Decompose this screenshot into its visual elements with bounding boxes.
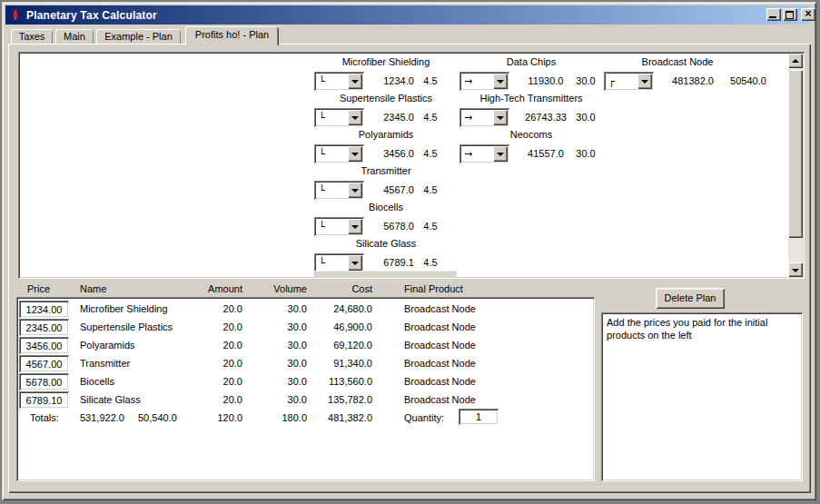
column-header-final-product: Final Product bbox=[404, 283, 504, 295]
titlebar: Planetary Tax Calculator bbox=[5, 5, 809, 25]
tab-taxes[interactable]: Taxes bbox=[11, 29, 53, 44]
minimize-button[interactable] bbox=[766, 8, 781, 21]
chevron-down-icon bbox=[497, 153, 504, 156]
row-name: Silicate Glass bbox=[80, 394, 198, 406]
row-name: Microfiber Shielding bbox=[80, 303, 198, 315]
price-input[interactable] bbox=[19, 301, 69, 318]
maximize-button[interactable] bbox=[783, 8, 797, 21]
product-tax: 4.5 bbox=[411, 75, 450, 87]
dropdown-arrow-button[interactable] bbox=[348, 110, 362, 125]
row-final-product: Broadcast Node bbox=[404, 303, 513, 315]
dropdown-arrow-button[interactable] bbox=[348, 183, 362, 198]
combo-value: → bbox=[464, 147, 472, 161]
product-tax: 30.0 bbox=[569, 75, 602, 87]
price-input[interactable] bbox=[19, 373, 69, 390]
tab-main[interactable]: Main bbox=[55, 29, 94, 44]
combo-value: └ bbox=[319, 183, 325, 197]
chevron-down-icon bbox=[497, 116, 504, 120]
quantity-label: Quantity: bbox=[404, 412, 454, 424]
dropdown-arrow-button[interactable] bbox=[348, 255, 362, 271]
product-tax: 4.5 bbox=[411, 221, 450, 232]
chevron-down-icon bbox=[351, 116, 359, 120]
route-combobox[interactable]: → bbox=[459, 72, 509, 91]
route-combobox[interactable]: └ bbox=[314, 217, 364, 236]
price-input[interactable] bbox=[19, 391, 69, 409]
delete-plan-button[interactable]: Delete Plan bbox=[656, 288, 725, 309]
dropdown-arrow-button[interactable] bbox=[493, 110, 508, 125]
product-tax: 30.0 bbox=[569, 148, 602, 160]
row-final-product: Broadcast Node bbox=[404, 340, 513, 351]
row-cost: 113,560.0 bbox=[300, 376, 372, 388]
product-label: Supertensile Plastics bbox=[313, 93, 459, 104]
row-cost: 24,680.0 bbox=[300, 303, 372, 315]
row-name: Polyaramids bbox=[80, 340, 198, 351]
row-final-product: Broadcast Node bbox=[404, 394, 513, 406]
route-combobox[interactable]: ┌ bbox=[604, 72, 654, 91]
product-label: Broadcast Node bbox=[605, 56, 750, 68]
product-label: Data Chips bbox=[454, 56, 608, 68]
route-combobox[interactable]: → bbox=[459, 144, 509, 163]
dropdown-arrow-button[interactable] bbox=[493, 146, 508, 162]
scrollbar-thumb[interactable] bbox=[788, 70, 803, 238]
combo-value: └ bbox=[319, 256, 325, 270]
row-name: Transmitter bbox=[80, 358, 198, 370]
product-label: High-Tech Transmitters bbox=[454, 93, 608, 104]
maximize-icon bbox=[785, 11, 794, 19]
dropdown-arrow-button[interactable] bbox=[493, 74, 508, 89]
chevron-down-icon bbox=[497, 80, 504, 84]
combo-value: ┌ bbox=[608, 74, 615, 88]
product-label: Silicate Glass bbox=[313, 238, 459, 250]
row-name: Supertensile Plastics bbox=[80, 321, 198, 333]
product-tax: 4.5 bbox=[411, 112, 450, 124]
totals-amount: 120.0 bbox=[182, 412, 242, 424]
scroll-up-icon bbox=[792, 59, 799, 63]
dropdown-arrow-button[interactable] bbox=[637, 74, 652, 89]
price-input[interactable] bbox=[19, 355, 69, 372]
chevron-down-icon bbox=[351, 153, 359, 156]
column-header-cost: Cost bbox=[300, 283, 372, 295]
plan-horizontal-scrollbar[interactable] bbox=[313, 271, 457, 278]
route-combobox[interactable]: └ bbox=[314, 144, 364, 163]
close-button[interactable]: × bbox=[801, 8, 815, 21]
combo-value: └ bbox=[319, 147, 325, 161]
notes-textarea[interactable]: Add the prices you paid for the initial … bbox=[601, 312, 803, 481]
product-tax: 30.0 bbox=[569, 112, 602, 124]
column-header-amount: Amount bbox=[182, 283, 242, 295]
route-combobox[interactable]: └ bbox=[314, 72, 364, 91]
column-header-price: Price bbox=[27, 283, 73, 295]
row-final-product: Broadcast Node bbox=[404, 321, 513, 333]
product-label: Biocells bbox=[313, 202, 459, 213]
product-tax: 50540.0 bbox=[716, 75, 780, 87]
scroll-down-button[interactable] bbox=[788, 262, 803, 277]
route-combobox[interactable]: └ bbox=[314, 108, 364, 127]
combo-value: → bbox=[464, 111, 472, 124]
tab-example-plan[interactable]: Example - Plan bbox=[96, 29, 181, 44]
dropdown-arrow-button[interactable] bbox=[348, 74, 362, 89]
combo-value: └ bbox=[319, 74, 325, 88]
chevron-down-icon bbox=[641, 80, 648, 84]
plan-vertical-scrollbar[interactable] bbox=[788, 54, 803, 277]
close-icon: × bbox=[801, 8, 815, 21]
row-name: Biocells bbox=[80, 376, 198, 388]
row-cost: 91,340.0 bbox=[300, 358, 372, 370]
route-combobox[interactable]: └ bbox=[314, 181, 364, 200]
route-combobox[interactable]: └ bbox=[314, 253, 364, 272]
quantity-input[interactable] bbox=[459, 409, 499, 425]
scroll-down-icon bbox=[792, 269, 799, 272]
totals-label: Totals: bbox=[30, 412, 75, 424]
product-label: Microfiber Shielding bbox=[313, 56, 459, 68]
chevron-down-icon bbox=[351, 189, 359, 193]
dropdown-arrow-button[interactable] bbox=[348, 146, 362, 162]
route-combobox[interactable]: → bbox=[459, 108, 509, 127]
combo-value: → bbox=[464, 74, 472, 88]
column-header-name: Name bbox=[80, 283, 171, 295]
price-input[interactable] bbox=[19, 337, 69, 354]
dropdown-arrow-button[interactable] bbox=[348, 219, 362, 234]
row-amount: 20.0 bbox=[182, 376, 242, 388]
tab-profits-plan[interactable]: Profits ho! - Plan bbox=[185, 26, 279, 45]
application-window: Planetary Tax Calculator × Taxes Main Ex… bbox=[0, 0, 820, 504]
scroll-up-button[interactable] bbox=[788, 54, 803, 68]
price-input[interactable] bbox=[19, 319, 69, 336]
window-title: Planetary Tax Calculator bbox=[26, 9, 157, 22]
product-tax: 4.5 bbox=[411, 184, 450, 196]
